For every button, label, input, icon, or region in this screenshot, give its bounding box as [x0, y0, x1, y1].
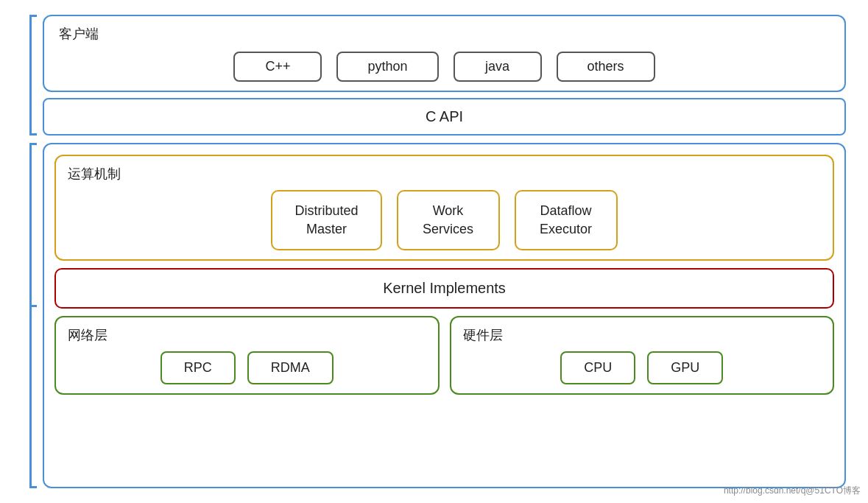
network-items: RPC RDMA: [68, 351, 426, 384]
gpu-item: GPU: [647, 351, 723, 384]
work-services-item: Work Services: [397, 190, 500, 250]
capi-box: C API: [43, 98, 846, 136]
bottom-row: 网络层 RPC RDMA 硬件层 CPU GPU: [54, 316, 834, 395]
top-bracket-section: 客户端 C++ python java others C API: [22, 15, 846, 136]
cpu-item: CPU: [560, 351, 635, 384]
watermark: http://blog.csdn.net/q@51CTO博客: [724, 485, 861, 497]
distributed-master-item: Distributed Master: [271, 190, 381, 250]
client-section-box: 客户端 C++ python java others: [43, 15, 846, 92]
rpc-item: RPC: [160, 351, 236, 384]
client-item-others: others: [557, 52, 655, 82]
main-bracket-section: 运算机制 Distributed Master Work Services Da…: [22, 143, 846, 488]
suansuan-box: 运算机制 Distributed Master Work Services Da…: [54, 155, 834, 261]
rdma-item: RDMA: [247, 351, 334, 384]
hardware-items: CPU GPU: [463, 351, 822, 384]
network-label: 网络层: [68, 326, 426, 344]
suansuan-label: 运算机制: [68, 165, 821, 183]
client-label: 客户端: [59, 25, 830, 43]
top-bracket: [22, 15, 37, 136]
suansuan-items: Distributed Master Work Services Dataflo…: [68, 190, 821, 250]
client-item-java: java: [454, 52, 542, 82]
client-item-cpp: C++: [233, 52, 322, 82]
main-bracket: [22, 143, 37, 488]
hardware-box: 硬件层 CPU GPU: [450, 316, 835, 395]
kernel-box: Kernel Implements: [54, 268, 834, 309]
dataflow-executor-item: Dataflow Executor: [515, 190, 618, 250]
diagram-container: 客户端 C++ python java others C API: [0, 0, 868, 503]
client-items: C++ python java others: [59, 52, 830, 82]
main-content-box: 运算机制 Distributed Master Work Services Da…: [43, 143, 846, 488]
network-box: 网络层 RPC RDMA: [54, 316, 440, 395]
hardware-label: 硬件层: [463, 326, 822, 344]
client-item-python: python: [336, 52, 438, 82]
